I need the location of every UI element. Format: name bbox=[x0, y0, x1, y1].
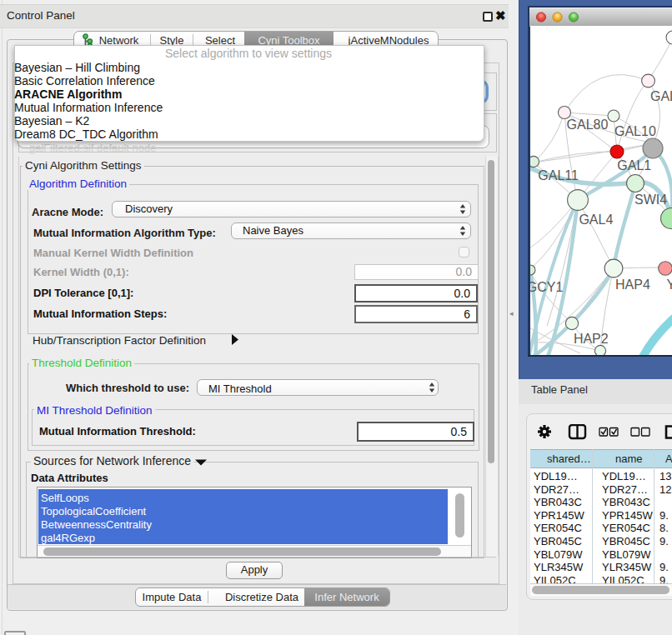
svg-text:GAL10: GAL10 bbox=[614, 124, 656, 138]
svg-text:GCY1: GCY1 bbox=[530, 280, 563, 294]
svg-text:HAP2: HAP2 bbox=[574, 332, 609, 346]
svg-text:SWI4: SWI4 bbox=[634, 192, 667, 207]
svg-text:YM: YM bbox=[666, 278, 672, 292]
svg-text:GAL2: GAL2 bbox=[650, 89, 672, 103]
svg-text:GAL80: GAL80 bbox=[567, 118, 609, 132]
svg-text:GAL1: GAL1 bbox=[617, 158, 651, 172]
svg-text:GAL11: GAL11 bbox=[538, 168, 579, 182]
svg-text:GAL4: GAL4 bbox=[579, 212, 613, 227]
svg-text:HAP4: HAP4 bbox=[615, 278, 650, 292]
